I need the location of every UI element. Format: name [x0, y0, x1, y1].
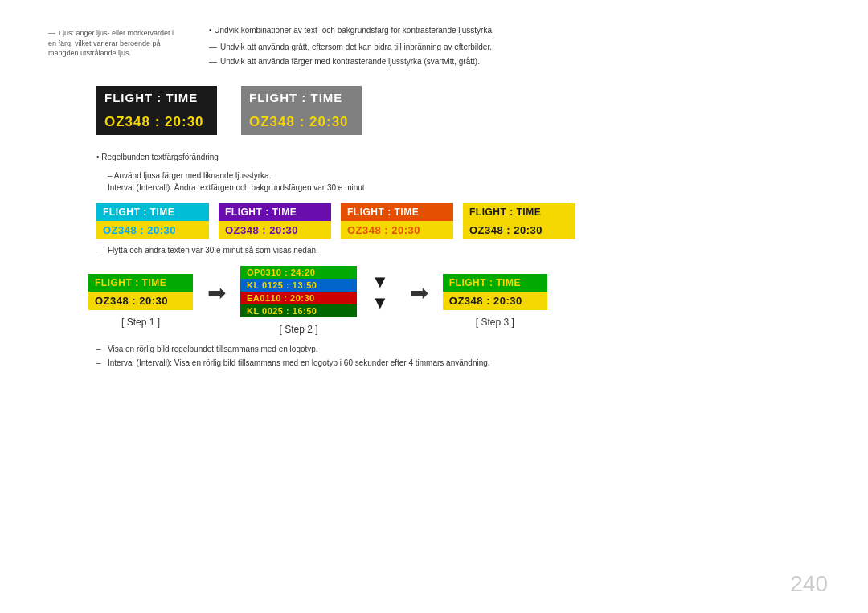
purple-header: FLIGHT : TIME	[219, 203, 331, 221]
arrow-down-1: ▼	[371, 273, 389, 291]
box1-header: FLIGHT : TIME	[96, 86, 217, 109]
purple-data: OZ348 : 20:30	[219, 221, 331, 239]
step2-row1: OP0310 : 24:20	[240, 266, 357, 279]
flight-box-purple: FLIGHT : TIME OZ348 : 20:30	[219, 203, 331, 239]
step3-data: OZ348 : 20:30	[443, 292, 547, 310]
left-note: —Ljus: anger ljus- eller mörkervärdet i …	[48, 24, 177, 70]
arrow-down-group: ▼ ▼	[371, 273, 389, 312]
flight-box-yellow: FLIGHT : TIME OZ348 : 20:30	[463, 203, 575, 239]
step1-display: FLIGHT : TIME OZ348 : 20:30	[88, 274, 193, 310]
step1-header: FLIGHT : TIME	[88, 274, 193, 292]
section-bullets: Regelbunden textfärgsförändring	[96, 151, 820, 163]
right-content: Undvik kombinationer av text- och bakgru…	[209, 24, 820, 70]
step2-display: OP0310 : 24:20 KL 0125 : 13:50 EA0110 : …	[240, 266, 357, 317]
yellow-data: OZ348 : 20:30	[463, 221, 575, 239]
steps-row: FLIGHT : TIME OZ348 : 20:30 [ Step 1 ] ➡…	[48, 266, 820, 335]
step2-label: [ Step 2 ]	[279, 324, 317, 335]
top-dash-1: Undvik att använda grått, eftersom det k…	[209, 41, 820, 54]
step3-label: [ Step 3 ]	[476, 317, 514, 328]
flight-box-black: FLIGHT : TIME OZ348 : 20:30	[96, 86, 217, 135]
colored-row: FLIGHT : TIME OZ348 : 20:30 FLIGHT : TIM…	[48, 203, 820, 239]
orange-header: FLIGHT : TIME	[341, 203, 453, 221]
top-bullet-item: Undvik kombinationer av text- och bakgru…	[209, 24, 820, 36]
cyan-header: FLIGHT : TIME	[96, 203, 209, 221]
cyan-data: OZ348 : 20:30	[96, 221, 209, 239]
flight-box-gray: FLIGHT : TIME OZ348 : 20:30	[241, 86, 362, 135]
step3-box: FLIGHT : TIME OZ348 : 20:30 [ Step 3 ]	[443, 274, 547, 328]
left-note-text: Ljus: anger ljus- eller mörkervärdet i e…	[48, 29, 174, 57]
box2-header: FLIGHT : TIME	[241, 86, 362, 109]
step3-display: FLIGHT : TIME OZ348 : 20:30	[443, 274, 547, 310]
step1-box: FLIGHT : TIME OZ348 : 20:30 [ Step 1 ]	[88, 274, 193, 328]
top-section: —Ljus: anger ljus- eller mörkervärdet i …	[48, 24, 820, 70]
section-sub1: – Använd ljusa färger med liknande ljuss…	[96, 170, 820, 182]
final-dash-2: Interval (Intervall): Visa en rörlig bil…	[96, 357, 820, 369]
flight-box-cyan: FLIGHT : TIME OZ348 : 20:30	[96, 203, 209, 239]
dash-sub1: –	[108, 171, 114, 180]
top-dash-2: Undvik att använda färger med kontraster…	[209, 55, 820, 68]
dash-note: Flytta och ändra texten var 30:e minut s…	[96, 246, 820, 255]
step2-row3: EA0110 : 20:30	[240, 292, 357, 304]
step1-data: OZ348 : 20:30	[88, 292, 193, 310]
section-sub1-text: Använd ljusa färger med liknande ljussty…	[114, 171, 272, 180]
final-dash-1: Visa en rörlig bild regelbundet tillsamm…	[96, 343, 820, 355]
section-bullet: Regelbunden textfärgsförändring	[96, 151, 820, 163]
top-bullet-list: Undvik kombinationer av text- och bakgru…	[209, 24, 820, 36]
arrow-right-2: ➡	[410, 280, 428, 306]
final-dashes: Visa en rörlig bild regelbundet tillsamm…	[48, 343, 820, 369]
section-sub2-text: Interval (Intervall): Ändra textfärgen o…	[108, 183, 365, 192]
page-number: 240	[790, 571, 828, 597]
step2-row4: KL 0025 : 16:50	[240, 304, 357, 317]
step1-label: [ Step 1 ]	[121, 317, 160, 328]
orange-data: OZ348 : 20:30	[341, 221, 453, 239]
step2-row2: KL 0125 : 13:50	[240, 279, 357, 292]
step3-header: FLIGHT : TIME	[443, 274, 547, 292]
step2-box: OP0310 : 24:20 KL 0125 : 13:50 EA0110 : …	[240, 266, 357, 335]
flight-box-orange: FLIGHT : TIME OZ348 : 20:30	[341, 203, 453, 239]
box2-data: OZ348 : 20:30	[241, 109, 362, 135]
box1-data: OZ348 : 20:30	[96, 109, 217, 135]
arrow-down-2: ▼	[371, 294, 389, 312]
section-sub2: Interval (Intervall): Ändra textfärgen o…	[96, 182, 820, 194]
section-text: Regelbunden textfärgsförändring – Använd…	[48, 151, 820, 194]
top-dash-list: Undvik att använda grått, eftersom det k…	[209, 41, 820, 68]
arrow-right-1: ➡	[207, 280, 226, 306]
page: —Ljus: anger ljus- eller mörkervärdet i …	[0, 0, 868, 613]
main-displays: FLIGHT : TIME OZ348 : 20:30 FLIGHT : TIM…	[48, 86, 820, 135]
yellow-header: FLIGHT : TIME	[463, 203, 575, 221]
